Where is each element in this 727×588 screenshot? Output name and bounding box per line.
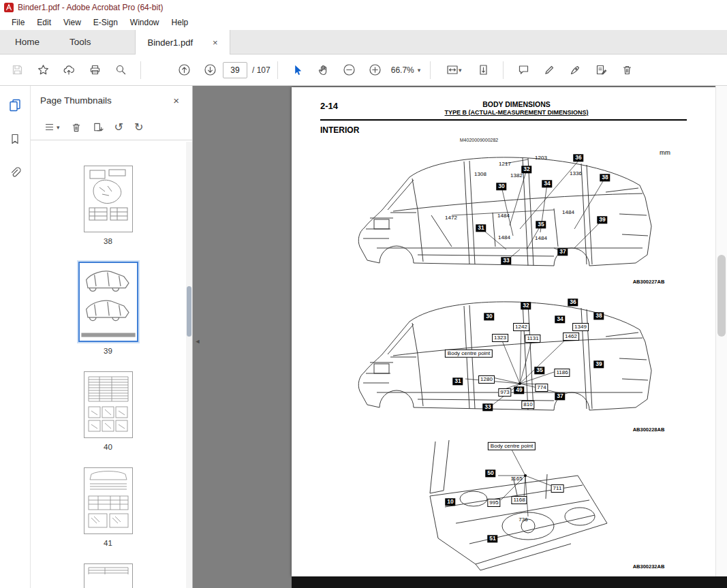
select-tool-button[interactable] xyxy=(288,60,308,80)
print-button[interactable] xyxy=(84,60,105,80)
thumbnails-options-button[interactable]: ▾ xyxy=(44,122,60,132)
page-up-icon xyxy=(178,63,191,76)
page-count-label: / 107 xyxy=(252,65,270,75)
page-thumbnail-42[interactable]: 42 xyxy=(84,563,133,588)
page-number-label: 39 xyxy=(104,347,112,355)
magnifier-icon xyxy=(115,64,127,76)
comment-button[interactable] xyxy=(513,60,533,80)
menu-item-file[interactable]: File xyxy=(5,16,31,29)
dimension-value: 736 xyxy=(519,516,527,523)
document-scrollbar[interactable] xyxy=(715,86,727,588)
cloud-upload-icon xyxy=(63,64,75,76)
tab-tools[interactable]: Tools xyxy=(55,29,106,54)
menu-item-window[interactable]: Window xyxy=(124,16,166,29)
dimension-value: 1336 xyxy=(570,170,582,176)
zoom-level-dropdown[interactable]: 66.7% ▾ xyxy=(391,65,421,75)
thumbnails-scrollbar[interactable] xyxy=(186,142,192,588)
tab-close-icon[interactable]: × xyxy=(211,37,220,48)
paperclip-icon xyxy=(9,167,21,179)
panel-collapse-handle[interactable]: ◄ xyxy=(193,326,202,357)
dimension-point-callout: 33 xyxy=(482,403,493,411)
thumbnail-image[interactable] xyxy=(84,371,133,438)
thumbnail-image[interactable] xyxy=(84,563,133,588)
delete-page-button[interactable] xyxy=(71,122,82,133)
rotate-clockwise-button[interactable]: ↻ xyxy=(134,121,143,134)
dimension-point-callout: 37 xyxy=(555,392,565,400)
scrollbar-thumb[interactable] xyxy=(187,286,191,337)
sign-button[interactable] xyxy=(565,60,585,80)
tab-home[interactable]: Home xyxy=(0,29,55,54)
dimension-value-box: 1323 xyxy=(492,334,508,342)
fountain-pen-icon xyxy=(570,64,581,76)
fit-width-button[interactable]: ▾ xyxy=(440,60,467,80)
menu-item-edit[interactable]: Edit xyxy=(31,16,57,29)
hand-tool-button[interactable] xyxy=(313,60,334,80)
page-thumbnail-40[interactable]: 40 xyxy=(84,371,133,451)
dimension-point-callout: 31 xyxy=(452,377,463,385)
bookmarks-pane-button[interactable] xyxy=(5,129,25,149)
dimension-value-box: 711 xyxy=(551,484,564,493)
attachments-pane-button[interactable] xyxy=(5,164,25,183)
insert-pages-button[interactable] xyxy=(93,122,104,133)
dimension-point-callout: 51 xyxy=(487,535,497,542)
dimension-point-callout: 36 xyxy=(573,154,583,161)
dimension-value-box: 973 xyxy=(498,388,511,397)
toolbar-separator xyxy=(277,61,278,79)
page-thumbnails-pane-button[interactable] xyxy=(5,95,25,114)
page-down-icon xyxy=(204,63,217,76)
tab-document[interactable]: Binder1.pdf × xyxy=(135,30,230,55)
page-thumbnail-38[interactable]: 38 xyxy=(84,166,133,245)
dimension-point-callout: 10 xyxy=(445,498,455,506)
thumbnail-image[interactable] xyxy=(78,262,138,342)
dimension-value: 1217 xyxy=(499,161,511,167)
insert-pages-icon xyxy=(93,122,104,133)
dimension-value: 1203 xyxy=(535,155,547,161)
page-thumbnails-panel: Page Thumbnails × ▾ ↺ ↻ 3839404142 xyxy=(31,86,193,588)
menu-item-help[interactable]: Help xyxy=(166,16,195,29)
thumbnail-list: 3839404142 xyxy=(31,141,185,588)
page-number-input[interactable] xyxy=(223,62,247,78)
thumbnail-image[interactable] xyxy=(84,166,133,232)
share-upload-button[interactable] xyxy=(59,60,79,80)
page-thumbnails-icon xyxy=(8,98,22,112)
figure-code: AB300232AB xyxy=(633,563,665,570)
panel-close-icon[interactable]: × xyxy=(170,93,183,108)
main-area: Page Thumbnails × ▾ ↺ ↻ 3839404142 ◄ 2-1… xyxy=(0,86,727,588)
dimension-value: 1484 xyxy=(498,234,510,241)
rotate-ccw-icon: ↺ xyxy=(114,121,123,134)
page-thumbnail-39[interactable]: 39 xyxy=(78,262,138,355)
previous-page-button[interactable] xyxy=(174,60,194,80)
zoom-in-button[interactable] xyxy=(365,60,386,80)
window-title: Binder1.pdf - Adobe Acrobat Pro (64-bit) xyxy=(18,3,163,12)
next-page-button[interactable] xyxy=(200,60,220,80)
tab-bar: Home Tools Binder1.pdf × xyxy=(0,30,727,55)
dimension-point-callout: 50 xyxy=(485,469,495,477)
thumbnail-image[interactable] xyxy=(84,467,133,534)
dimension-point-callout: 35 xyxy=(536,221,546,228)
menu-item-view[interactable]: View xyxy=(57,16,87,29)
pointer-icon xyxy=(292,64,303,76)
rotate-counterclockwise-button[interactable]: ↺ xyxy=(114,121,123,134)
dimension-point-callout: 38 xyxy=(600,174,610,181)
favorite-button[interactable] xyxy=(33,60,53,80)
edit-pdf-button[interactable] xyxy=(591,60,611,80)
save-button[interactable] xyxy=(7,60,27,80)
zoom-out-button[interactable] xyxy=(339,60,360,80)
zoom-out-icon xyxy=(343,63,356,76)
dimension-value-box: 774 xyxy=(535,384,548,392)
bookmark-icon xyxy=(9,133,21,145)
menu-bar: FileEditViewE-SignWindowHelp xyxy=(0,15,727,30)
page-thumbnail-41[interactable]: 41 xyxy=(84,467,133,547)
menu-item-esign[interactable]: E-Sign xyxy=(87,16,124,29)
body-centre-point-label: Body centre point xyxy=(445,350,493,358)
delete-pages-button[interactable] xyxy=(617,60,637,80)
dimension-point-callout: 32 xyxy=(521,166,531,173)
page-number-label: 41 xyxy=(104,539,112,547)
document-area: ◄ 2-14 BODY DIMENSIONS TYPE B (ACTUAL-ME… xyxy=(193,86,727,588)
tab-home-label: Home xyxy=(15,37,40,47)
scrollbar-thumb[interactable] xyxy=(717,255,726,337)
highlight-button[interactable] xyxy=(539,60,559,80)
page-display-button[interactable] xyxy=(473,60,493,80)
comment-bubble-icon xyxy=(518,64,529,76)
search-button[interactable] xyxy=(110,60,131,80)
